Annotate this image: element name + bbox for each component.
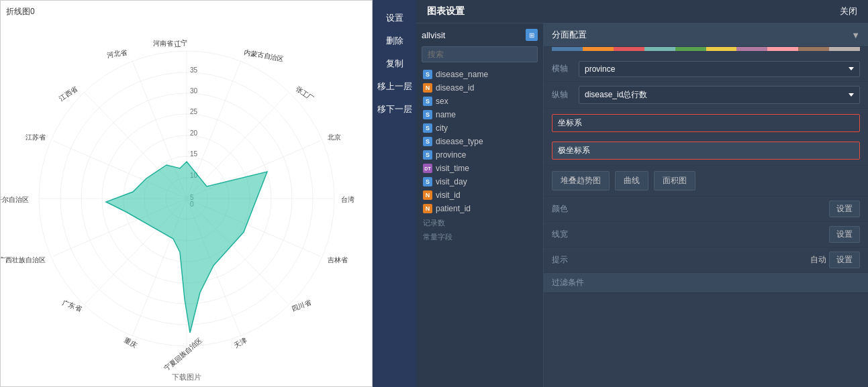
- y-axis-arrow: [849, 93, 854, 97]
- badge-s: S: [423, 70, 432, 79]
- section-records: 记录数: [422, 215, 538, 229]
- x-axis-value: province: [585, 64, 615, 74]
- menu-item-copy[interactable]: 复制: [373, 52, 416, 75]
- field-city[interactable]: S city: [422, 121, 538, 135]
- context-menu: 设置 删除 复制 移上一层 移下一层: [373, 0, 416, 387]
- svg-text:广东省: 广东省: [61, 298, 83, 313]
- radar-svg: 35 30 25 20 15 10 5 0 辽宁 内蒙古自治区 张工厂 北京: [1, 1, 373, 387]
- svg-text:北京: 北京: [328, 133, 341, 141]
- field-province[interactable]: S province: [422, 148, 538, 162]
- y-axis-value: disease_id总行数: [585, 89, 647, 101]
- field-name: sex: [436, 97, 448, 106]
- search-input[interactable]: [422, 46, 538, 62]
- x-axis-row: 横轴 province: [544, 56, 868, 82]
- x-axis-select[interactable]: province: [579, 61, 860, 77]
- svg-marker-31: [106, 162, 267, 333]
- menu-item-move-down[interactable]: 移下一层: [373, 98, 416, 121]
- badge-s: S: [423, 110, 432, 119]
- coord-polar-btn[interactable]: 极坐标系: [552, 142, 860, 160]
- close-button[interactable]: 关闭: [840, 5, 857, 17]
- filter-label: 过滤条件: [552, 277, 584, 288]
- svg-text:新疆维吾尔自治区: 新疆维吾尔自治区: [1, 196, 29, 203]
- width-setting-btn[interactable]: 设置: [829, 226, 860, 243]
- menu-item-settings[interactable]: 设置: [373, 7, 416, 30]
- svg-text:内蒙古自治区: 内蒙古自治区: [244, 48, 285, 62]
- right-panel: 图表设置 关闭 allvisit ⊞ S disease_name N dise…: [416, 0, 868, 387]
- dataset-name: allvisit: [422, 30, 445, 40]
- svg-text:河南省: 河南省: [153, 40, 173, 47]
- badge-s: S: [423, 150, 432, 160]
- svg-text:江苏省: 江苏省: [26, 133, 46, 141]
- coord-cartesian-btn[interactable]: 坐标系: [552, 114, 860, 132]
- svg-text:辽宁: 辽宁: [174, 38, 189, 48]
- svg-text:江西省: 江西省: [58, 85, 79, 103]
- svg-text:20: 20: [190, 129, 198, 137]
- field-panel: allvisit ⊞ S disease_name N disease_id S…: [416, 23, 544, 387]
- badge-n: N: [423, 83, 432, 93]
- download-label[interactable]: 下载图片: [172, 373, 201, 381]
- chart-type-area[interactable]: 面积图: [654, 171, 695, 190]
- right-panel-header: 图表设置 关闭: [416, 0, 868, 23]
- field-patient-id[interactable]: N patient_id: [422, 202, 538, 215]
- svg-text:台湾: 台湾: [341, 196, 354, 203]
- chart-panel: 折线图0: [0, 0, 373, 387]
- svg-text:25: 25: [190, 108, 198, 115]
- field-disease-type[interactable]: S disease_type: [422, 135, 538, 148]
- config-section-title: 分面配置: [552, 29, 587, 41]
- config-panel: 分面配置 ▼ 横轴 province: [544, 23, 868, 387]
- field-name: disease_type: [436, 137, 483, 146]
- hint-setting-btn[interactable]: 设置: [829, 252, 860, 268]
- badge-s: S: [423, 97, 432, 106]
- field-list: S disease_name N disease_id S sex S name…: [422, 68, 538, 382]
- config-section-arrow: ▼: [851, 30, 860, 40]
- right-panel-content: allvisit ⊞ S disease_name N disease_id S…: [416, 23, 868, 387]
- config-section-header: 分面配置 ▼: [544, 23, 868, 47]
- x-axis-label: 横轴: [552, 63, 579, 74]
- badge-dt: DT: [423, 164, 432, 173]
- width-row: 线宽 设置: [544, 222, 868, 247]
- coord-section: 坐标系 极坐标系: [544, 109, 868, 166]
- field-sex[interactable]: S sex: [422, 95, 538, 108]
- width-label: 线宽: [552, 229, 829, 240]
- color-label: 颜色: [552, 203, 829, 215]
- field-name: disease_name: [436, 70, 488, 79]
- menu-item-delete[interactable]: 删除: [373, 30, 416, 52]
- svg-text:35: 35: [190, 66, 198, 74]
- field-disease-name[interactable]: S disease_name: [422, 68, 538, 81]
- section-const: 常量字段: [422, 229, 538, 243]
- field-name: visit_time: [436, 164, 469, 173]
- hint-value: 自动: [810, 254, 826, 266]
- badge-s: S: [423, 177, 432, 186]
- field-visit-time[interactable]: DT visit_time: [422, 162, 538, 175]
- panel-title: 图表设置: [427, 5, 465, 17]
- chart-type-row: 堆叠趋势图 曲线 面积图: [544, 166, 868, 197]
- field-name-field[interactable]: S name: [422, 108, 538, 121]
- badge-s: S: [423, 123, 432, 133]
- field-visit-day[interactable]: S visit_day: [422, 175, 538, 188]
- dataset-row: allvisit ⊞: [422, 29, 538, 41]
- color-row: 颜色 设置: [544, 197, 868, 222]
- field-name: disease_id: [436, 83, 474, 93]
- svg-text:15: 15: [190, 150, 198, 158]
- dataset-icon: ⊞: [526, 29, 538, 41]
- chart-type-line[interactable]: 曲线: [615, 171, 648, 190]
- x-axis-arrow: [849, 67, 854, 70]
- filter-section: 过滤条件: [544, 273, 868, 293]
- field-disease-id[interactable]: N disease_id: [422, 81, 538, 95]
- chart-type-stacked[interactable]: 堆叠趋势图: [552, 171, 610, 190]
- radar-chart: 35 30 25 20 15 10 5 0 辽宁 内蒙古自治区 张工厂 北京: [1, 1, 372, 386]
- y-axis-select[interactable]: disease_id总行数: [579, 86, 860, 104]
- y-axis-label: 纵轴: [552, 89, 579, 101]
- field-name: province: [436, 150, 466, 160]
- svg-text:张工厂: 张工厂: [295, 85, 316, 103]
- field-name: visit_day: [436, 177, 467, 186]
- color-bar: [552, 47, 860, 51]
- color-setting-btn[interactable]: 设置: [829, 201, 860, 217]
- field-name: patient_id: [436, 204, 471, 213]
- badge-n: N: [423, 204, 432, 213]
- svg-text:重庆: 重庆: [123, 336, 138, 349]
- field-visit-id[interactable]: N visit_id: [422, 188, 538, 202]
- field-name: city: [436, 123, 448, 133]
- svg-text:天津: 天津: [233, 336, 248, 349]
- menu-item-move-up[interactable]: 移上一层: [373, 75, 416, 98]
